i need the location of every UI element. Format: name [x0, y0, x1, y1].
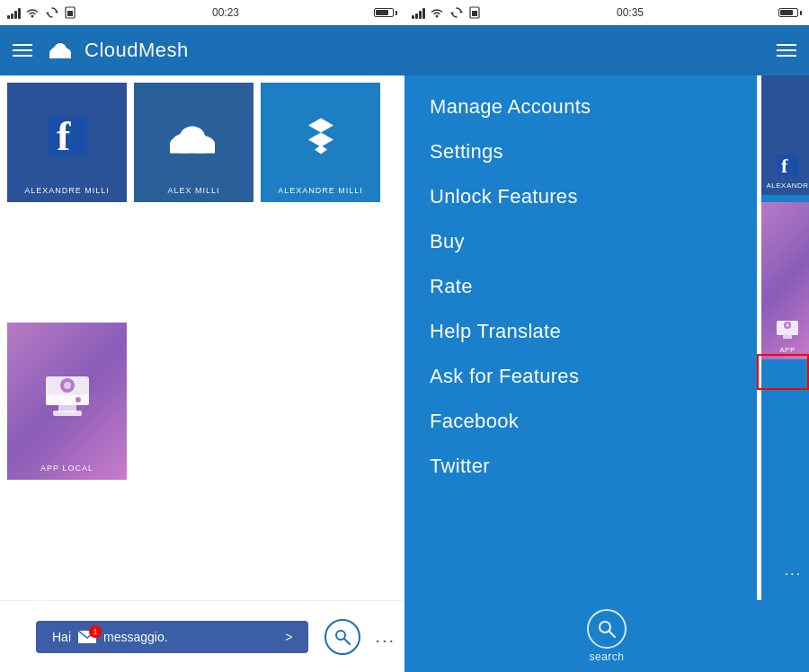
svg-point-0	[31, 15, 34, 18]
search-label-right: search	[589, 650, 624, 663]
svg-rect-21	[46, 394, 89, 405]
tile-applocal[interactable]: APP LOCAL	[7, 323, 127, 480]
left-panel: 00:23 CloudMesh f	[0, 0, 404, 672]
status-bar-right: 00:35	[404, 0, 809, 25]
envelope-wrapper: 1	[78, 631, 96, 643]
svg-point-30	[436, 15, 439, 18]
notification-banner[interactable]: Hai 1 messaggio. >	[36, 621, 308, 653]
tile-applocal-label: APP LOCAL	[40, 464, 93, 473]
peek-tile-local-label: APP	[779, 346, 796, 354]
sim-icon-right	[469, 6, 480, 19]
svg-text:f: f	[57, 113, 71, 159]
tiles-grid: f ALEXANDRE MILLI ALEX MILLI	[0, 75, 404, 600]
peek-more-dots: ···	[785, 566, 802, 582]
tile-onedrive[interactable]: ALEX MILLI	[134, 83, 253, 202]
svg-marker-19	[315, 145, 327, 154]
search-icon-left	[334, 629, 351, 645]
menu-item-twitter[interactable]: Twitter	[404, 444, 809, 489]
peek-tile-facebook-label: ALEXANDR	[766, 181, 808, 190]
svg-rect-40	[783, 335, 792, 339]
menu-item-help-translate[interactable]: Help Translate	[404, 309, 809, 354]
svg-line-42	[609, 632, 615, 637]
bottom-bar-left: Hai 1 messaggio. > ...	[0, 600, 404, 672]
svg-marker-31	[459, 11, 463, 13]
header-left: CloudMesh	[0, 25, 404, 75]
hamburger-button[interactable]	[13, 44, 32, 57]
tile-dropbox[interactable]: ALEXANDRE MILLI	[261, 83, 380, 202]
battery-left	[374, 8, 397, 17]
sync-icon-right	[450, 6, 463, 19]
menu-item-ask-features[interactable]: Ask for Features	[404, 354, 809, 399]
right-panel: 00:35 Manage Accounts Settings Unlock Fe…	[404, 0, 809, 672]
search-button-right[interactable]	[587, 609, 627, 649]
peek-tile-facebook: f ALEXANDR	[761, 75, 809, 195]
menu-item-manage-accounts[interactable]: Manage Accounts	[404, 84, 809, 129]
signal-bars-left	[7, 6, 21, 19]
notification-text-hai: Hai	[52, 630, 71, 644]
peek-tile-local: APP	[761, 202, 809, 359]
svg-text:f: f	[781, 155, 788, 177]
peek-input-box	[757, 354, 809, 390]
search-button-left[interactable]	[324, 619, 360, 655]
facebook-tile-icon: f	[44, 112, 91, 163]
menu-item-facebook[interactable]: Facebook	[404, 399, 809, 444]
svg-marker-32	[450, 13, 454, 14]
svg-rect-4	[67, 11, 73, 16]
svg-line-29	[344, 639, 350, 644]
svg-marker-2	[46, 13, 49, 14]
time-right: 00:35	[617, 6, 644, 19]
sync-icon-left	[46, 6, 58, 19]
svg-marker-1	[55, 11, 58, 13]
wifi-icon-right	[430, 7, 444, 18]
dropbox-tile-icon	[297, 113, 345, 162]
notification-badge: 1	[89, 625, 102, 638]
time-left: 00:23	[212, 6, 239, 19]
sim-icon-left	[65, 6, 76, 19]
svg-rect-9	[49, 53, 71, 58]
svg-rect-34	[472, 11, 477, 16]
notification-suffix: messaggio.	[103, 630, 168, 644]
peek-local-icon	[773, 317, 802, 342]
menu-item-settings[interactable]: Settings	[404, 129, 809, 174]
search-icon-right	[598, 620, 616, 638]
app-title: CloudMesh	[84, 39, 189, 62]
menu-panel: Manage Accounts Settings Unlock Features…	[404, 75, 809, 600]
svg-point-26	[76, 397, 81, 402]
battery-right	[778, 8, 802, 17]
svg-point-41	[600, 622, 610, 632]
notification-arrow: >	[285, 630, 292, 644]
menu-item-buy[interactable]: Buy	[404, 219, 809, 264]
tile-dropbox-label: ALEXANDRE MILLI	[278, 186, 363, 195]
menu-item-unlock-features[interactable]: Unlock Features	[404, 174, 809, 219]
bottom-bar-right: search	[404, 600, 809, 672]
wifi-icon-left	[25, 7, 40, 18]
svg-rect-25	[58, 405, 76, 412]
header-right	[404, 25, 809, 75]
tile-facebook[interactable]: f ALEXANDRE MILLI	[7, 83, 127, 202]
onedrive-tile-icon	[166, 119, 222, 158]
cloud-icon-header	[47, 40, 74, 60]
more-button-left[interactable]: ...	[375, 626, 396, 647]
signal-group-right	[412, 6, 482, 19]
svg-point-23	[64, 382, 71, 389]
peek-facebook-icon: f	[775, 153, 800, 178]
hamburger-button-right[interactable]	[777, 44, 796, 57]
peek-container: f ALEXANDR APP ···	[757, 75, 809, 600]
svg-point-39	[786, 323, 789, 327]
signal-bars-right	[412, 6, 425, 19]
applocal-tile-icon	[39, 369, 96, 423]
menu-item-rate[interactable]: Rate	[404, 264, 809, 309]
svg-marker-17	[308, 118, 333, 146]
tile-facebook-label: ALEXANDRE MILLI	[24, 186, 110, 195]
signal-group-left	[7, 6, 77, 19]
svg-rect-16	[170, 142, 215, 153]
status-bar-left: 00:23	[0, 0, 404, 25]
tile-onedrive-label: ALEX MILLI	[167, 186, 219, 195]
